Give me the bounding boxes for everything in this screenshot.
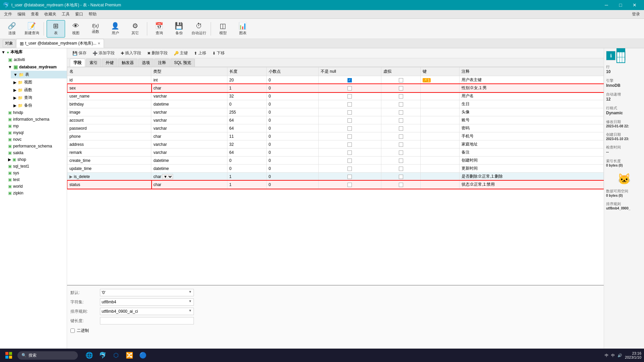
- virtual-checkbox[interactable]: [399, 159, 403, 163]
- not-null-checkbox[interactable]: [347, 167, 352, 171]
- start-button[interactable]: [3, 349, 15, 361]
- sidebar-item-database-mydream[interactable]: ▼ ▣ database_mydream: [5, 63, 67, 71]
- sidebar-item-test[interactable]: ▣ test: [5, 176, 67, 183]
- not-null-checkbox[interactable]: [347, 159, 352, 163]
- maximize-button[interactable]: □: [614, 0, 627, 10]
- virtual-checkbox[interactable]: [399, 126, 403, 131]
- key-length-input[interactable]: [100, 317, 194, 324]
- tab-indexes[interactable]: 索引: [86, 59, 101, 67]
- save-button[interactable]: 💾 保存: [70, 49, 89, 57]
- sidebar-item-functions[interactable]: ▶ 📁 函数: [11, 86, 67, 94]
- tab-t-user[interactable]: ⊞ t_user @database_mydream (本地库)... ✕: [16, 39, 104, 48]
- not-null-checkbox[interactable]: [347, 126, 352, 131]
- cell-not-null[interactable]: [318, 92, 381, 100]
- toolbar-connect[interactable]: 🔗 连接: [3, 20, 21, 38]
- primary-key-button[interactable]: 🔑 主键: [171, 49, 191, 57]
- taskbar-icon-browser[interactable]: 🌐: [83, 349, 95, 361]
- not-null-checkbox[interactable]: [347, 134, 352, 139]
- table-row[interactable]: update_timedatetime00更新时间: [67, 165, 604, 173]
- cell-virtual[interactable]: [381, 100, 420, 108]
- taskbar-icon-db[interactable]: 🐬: [97, 349, 109, 361]
- virtual-checkbox[interactable]: [399, 142, 403, 147]
- login-button[interactable]: 登录: [632, 11, 643, 17]
- menu-file[interactable]: 文件: [1, 10, 15, 18]
- table-row[interactable]: sexchar10性别:0:女,1:男: [67, 84, 604, 92]
- toolbar-auto-run[interactable]: ⏱ 自动运行: [190, 20, 208, 38]
- taskbar-icon-chrome[interactable]: 🔵: [137, 349, 149, 361]
- cell-virtual[interactable]: [381, 116, 420, 124]
- sidebar-item-tables[interactable]: ▼ 📁 表: [11, 71, 67, 78]
- cell-virtual[interactable]: [381, 84, 420, 92]
- sidebar-item-zipkin[interactable]: ▣ zipkin: [5, 190, 67, 196]
- table-row[interactable]: ▶is_deletechar▼10是否删除:0:正常,1:删除: [67, 173, 604, 181]
- not-null-checkbox[interactable]: [347, 150, 352, 155]
- tab-sql-preview[interactable]: SQL 预览: [170, 59, 195, 67]
- table-row[interactable]: accountvarchar640账号: [67, 116, 604, 124]
- move-up-button[interactable]: ⬆ 上移: [191, 49, 209, 57]
- toolbar-other[interactable]: ⚙ 其它: [126, 20, 144, 38]
- info-tab[interactable]: ℹ: [606, 51, 615, 60]
- sidebar-item-information-schema[interactable]: ▣ information_schema: [5, 116, 67, 123]
- move-down-button[interactable]: ⬇ 下移: [210, 49, 227, 57]
- toolbar-user[interactable]: 👤 用户: [106, 20, 124, 38]
- tab-fields[interactable]: 字段: [70, 59, 85, 67]
- sidebar-item-backups[interactable]: ▶ 📁 备份: [11, 102, 67, 109]
- virtual-checkbox[interactable]: [399, 175, 403, 179]
- virtual-checkbox[interactable]: [399, 102, 403, 107]
- table-row[interactable]: birthdaydatetime00生日: [67, 100, 604, 108]
- virtual-checkbox[interactable]: [399, 78, 403, 82]
- cell-not-null[interactable]: [318, 84, 381, 92]
- cell-not-null[interactable]: [318, 76, 381, 84]
- cell-virtual[interactable]: [381, 148, 420, 157]
- toolbar-backup[interactable]: 💾 备份: [170, 20, 188, 38]
- cell-not-null[interactable]: [318, 132, 381, 140]
- sidebar-item-sql-test1[interactable]: ▣ sql_test1: [5, 163, 67, 170]
- virtual-checkbox[interactable]: [399, 86, 403, 90]
- not-null-checkbox[interactable]: [347, 110, 352, 115]
- taskbar-icon-vscode[interactable]: ⬡: [110, 349, 122, 361]
- delete-field-button[interactable]: ✖ 删除字段: [145, 49, 170, 57]
- sidebar-item-shop[interactable]: ▶ ▣ shop: [5, 156, 67, 163]
- insert-field-button[interactable]: ✚ 插入字段: [118, 49, 144, 57]
- cell-virtual[interactable]: [381, 165, 420, 173]
- tab-foreign-keys[interactable]: 外键: [102, 59, 117, 67]
- cell-not-null[interactable]: [318, 108, 381, 116]
- cell-not-null[interactable]: [318, 173, 381, 181]
- default-select[interactable]: '0': [100, 289, 194, 296]
- not-null-checkbox[interactable]: [347, 183, 352, 187]
- table-row[interactable]: phonechar110手机号: [67, 132, 604, 140]
- table-row[interactable]: passwordvarchar640密码: [67, 124, 604, 132]
- binary-checkbox[interactable]: [70, 328, 75, 333]
- menu-tools[interactable]: 工具: [59, 10, 72, 18]
- not-null-checkbox[interactable]: [347, 118, 352, 123]
- table-row[interactable]: addressvarchar320家庭地址: [67, 140, 604, 148]
- virtual-checkbox[interactable]: [399, 134, 403, 139]
- sidebar-item-hmdp[interactable]: ▣ hmdp: [5, 109, 67, 116]
- cell-not-null[interactable]: [318, 140, 381, 148]
- tab-comment[interactable]: 注释: [154, 59, 170, 67]
- cell-not-null[interactable]: [318, 157, 381, 165]
- cell-virtual[interactable]: [381, 173, 420, 181]
- toolbar-query[interactable]: 📅 查询: [150, 20, 168, 38]
- cell-virtual[interactable]: [381, 157, 420, 165]
- cell-not-null[interactable]: [318, 165, 381, 173]
- virtual-checkbox[interactable]: [399, 183, 403, 187]
- virtual-checkbox[interactable]: [399, 150, 403, 155]
- sidebar-item-activiti[interactable]: ▣ activiti: [5, 56, 67, 63]
- menu-window[interactable]: 窗口: [72, 10, 86, 18]
- collation-select[interactable]: utf8mb4_0900_ai_ci: [100, 308, 194, 315]
- cell-not-null[interactable]: [318, 181, 381, 189]
- cell-not-null[interactable]: [318, 100, 381, 108]
- sidebar-item-mysql[interactable]: ▣ mysql: [5, 129, 67, 136]
- not-null-checkbox[interactable]: [347, 86, 352, 90]
- taskbar-search[interactable]: 🔍 搜索: [17, 351, 78, 360]
- toolbar-table[interactable]: ⊞ 表: [47, 20, 65, 38]
- table-row[interactable]: remarkvarchar640备注: [67, 148, 604, 157]
- taskbar-icon-git[interactable]: 🔀: [123, 349, 136, 361]
- table-row[interactable]: imagevarchar2550头像: [67, 108, 604, 116]
- cell-not-null[interactable]: [318, 116, 381, 124]
- sidebar-item-world[interactable]: ▣ world: [5, 183, 67, 190]
- menu-favorites[interactable]: 收藏夹: [42, 10, 59, 18]
- minimize-button[interactable]: ─: [600, 0, 613, 10]
- sidebar-item-queries[interactable]: ▶ 📁 查询: [11, 94, 67, 102]
